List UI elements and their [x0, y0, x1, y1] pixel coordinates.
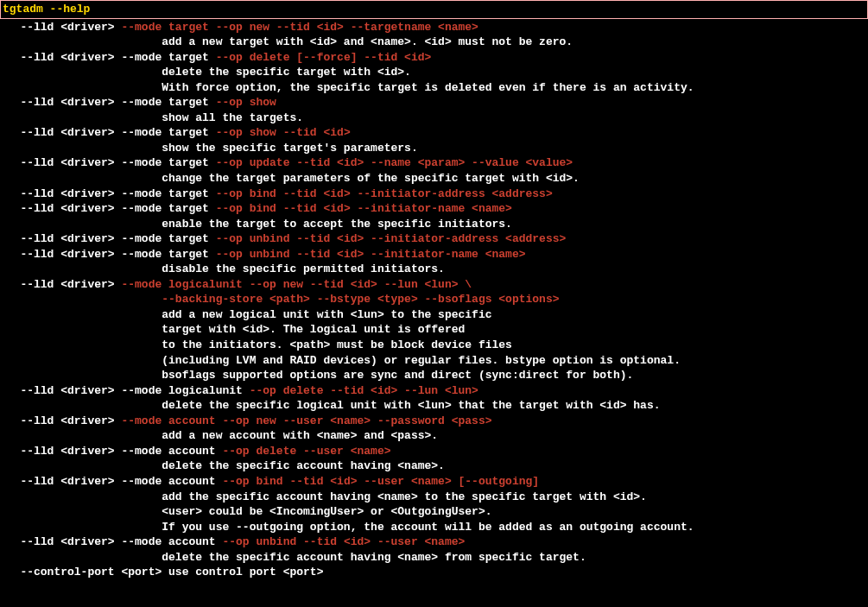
text-segment: --op bind --tid <id> --initiator-address… [216, 187, 553, 200]
text-segment: --lld <driver> [20, 278, 121, 291]
output-line: --lld <driver> --mode target --op bind -… [0, 201, 868, 217]
output-line: <user> could be <IncomingUser> or <Outgo… [0, 504, 868, 520]
text-segment: If you use --outgoing option, the accoun… [162, 521, 694, 534]
text-segment: show the specific target's parameters. [162, 142, 417, 155]
output-line: --lld <driver> --mode logicalunit --op d… [0, 383, 868, 399]
output-line: --lld <driver> --mode target --op unbind… [0, 231, 868, 247]
text-segment: --op show --tid <id> [216, 126, 351, 139]
output-line: --backing-store <path> --bstype <type> -… [0, 292, 868, 307]
text-segment: add the specific account having <name> t… [162, 490, 647, 503]
text-segment: --op unbind --tid <id> --user <name> [222, 535, 465, 548]
text-segment: --lld <driver> --mode account [20, 445, 222, 458]
text-segment: --lld <driver> --mode target [20, 248, 215, 261]
text-segment: <user> could be <IncomingUser> or <Outgo… [162, 505, 491, 518]
output-line: --lld <driver> --mode account --op unbin… [0, 534, 868, 550]
text-segment: --op unbind --tid <id> --initiator-addre… [216, 232, 567, 245]
output-line: target with <id>. The logical unit is of… [0, 322, 868, 338]
text-segment: show all the targets. [162, 111, 303, 124]
text-segment: --lld <driver> --mode account [20, 535, 222, 548]
command-text: tgtadm --help [3, 3, 90, 16]
output-line: add the specific account having <name> t… [0, 490, 868, 505]
text-segment: change the target parameters of the spec… [162, 172, 580, 185]
text-segment: --lld <driver> --mode target [20, 96, 215, 109]
text-segment: --lld <driver> --mode target [20, 156, 215, 169]
text-segment: --backing-store <path> --bstype <type> -… [162, 293, 559, 306]
text-segment: --op bind --tid <id> --user <name> [--ou… [222, 475, 539, 488]
output-line: --lld <driver> --mode target --op update… [0, 155, 868, 171]
output-line: --lld <driver> --mode target --op bind -… [0, 187, 868, 202]
output-line: show all the targets. [0, 111, 868, 126]
terminal-output: --lld <driver> --mode target --op new --… [0, 19, 868, 581]
output-line: delete the specific logical unit with <l… [0, 398, 868, 414]
text-segment: add a new account with <name> and <pass>… [162, 429, 438, 442]
output-line: delete the specific target with <id>. [0, 65, 868, 80]
text-segment: (including LVM and RAID devices) or regu… [162, 354, 681, 367]
text-segment: --lld <driver> --mode target [20, 187, 215, 200]
output-line: --lld <driver> --mode logicalunit --op n… [0, 277, 868, 293]
output-line: add a new account with <name> and <pass>… [0, 428, 868, 444]
text-segment: --lld <driver> --mode logicalunit [20, 384, 249, 397]
text-segment: --lld <driver> [20, 21, 121, 34]
text-segment: target with <id>. The logical unit is of… [162, 323, 465, 336]
output-line: change the target parameters of the spec… [0, 171, 868, 187]
output-line: show the specific target's parameters. [0, 141, 868, 156]
text-segment: --op show [216, 96, 276, 109]
text-segment: --op delete --tid <id> --lun <lun> [250, 384, 478, 397]
text-segment: --op bind --tid <id> --initiator-name <n… [216, 202, 512, 215]
text-segment: --lld <driver> --mode account [20, 475, 222, 488]
text-segment: --lld <driver> --mode target [20, 202, 215, 215]
text-segment: --op delete [--force] --tid <id> [216, 51, 432, 64]
text-segment: delete the specific account having <name… [162, 551, 586, 564]
output-line: delete the specific account having <name… [0, 550, 868, 566]
text-segment: --op delete --user <name> [222, 445, 390, 458]
text-segment: --control-port <port> use control port <… [20, 566, 323, 579]
command-header: tgtadm --help [0, 0, 868, 19]
output-line: --control-port <port> use control port <… [0, 565, 868, 580]
output-line: If you use --outgoing option, the accoun… [0, 520, 868, 535]
output-line: --lld <driver> --mode target --op show [0, 95, 868, 111]
text-segment: --lld <driver> --mode target [20, 232, 215, 245]
text-segment: delete the specific logical unit with <l… [162, 399, 660, 412]
output-line: --lld <driver> --mode target --op delete… [0, 50, 868, 66]
output-line: --lld <driver> --mode account --op delet… [0, 444, 868, 459]
text-segment: bsoflags supported options are sync and … [162, 369, 633, 382]
text-segment: --mode target --op new --tid <id> --targ… [121, 21, 478, 34]
output-line: delete the specific account having <name… [0, 458, 868, 474]
text-segment: --lld <driver> --mode target [20, 51, 215, 64]
text-segment: enable the target to accept the specific… [162, 218, 512, 231]
output-line: --lld <driver> --mode target --op unbind… [0, 247, 868, 262]
output-line: add a new logical unit with <lun> to the… [0, 307, 868, 323]
output-line: --lld <driver> --mode account --op bind … [0, 474, 868, 490]
text-segment: --op unbind --tid <id> --initiator-name … [216, 248, 526, 261]
output-line: --lld <driver> --mode account --op new -… [0, 414, 868, 429]
text-segment: add a new target with <id> and <name>. <… [162, 35, 573, 48]
output-line: enable the target to accept the specific… [0, 217, 868, 232]
text-segment: delete the specific target with <id>. [162, 66, 411, 79]
text-segment: --mode account --op new --user <name> --… [121, 414, 491, 427]
output-line: disable the specific permitted initiator… [0, 262, 868, 277]
text-segment: delete the specific account having <name… [162, 459, 445, 472]
text-segment: --lld <driver> [20, 414, 121, 427]
text-segment: add a new logical unit with <lun> to the… [162, 308, 491, 321]
output-line: --lld <driver> --mode target --op show -… [0, 125, 868, 141]
output-line: add a new target with <id> and <name>. <… [0, 35, 868, 50]
output-line: With force option, the specific target i… [0, 80, 868, 96]
text-segment: With force option, the specific target i… [162, 81, 694, 94]
output-line: bsoflags supported options are sync and … [0, 368, 868, 383]
text-segment: --op update --tid <id> --name <param> --… [216, 156, 573, 169]
text-segment: --mode logicalunit --op new --tid <id> -… [121, 278, 472, 291]
output-line: (including LVM and RAID devices) or regu… [0, 353, 868, 369]
output-line: --lld <driver> --mode target --op new --… [0, 20, 868, 35]
text-segment: --lld <driver> --mode target [20, 126, 215, 139]
output-line: to the initiators. <path> must be block … [0, 338, 868, 353]
text-segment: disable the specific permitted initiator… [162, 262, 445, 275]
text-segment: to the initiators. <path> must be block … [162, 338, 512, 351]
